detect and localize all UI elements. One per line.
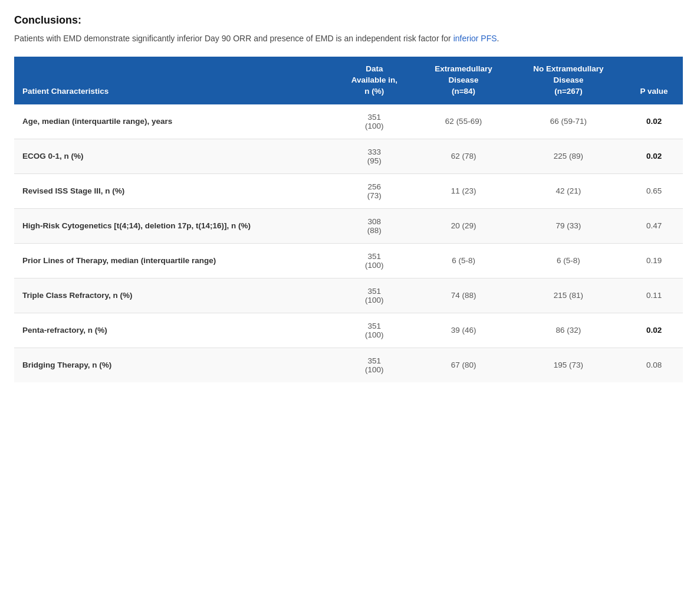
p-value-cell: 0.02 (625, 139, 683, 173)
data-available-cell: 351(100) (333, 104, 415, 139)
table-row: Penta-refractory, n (%)351(100)39 (46)86… (14, 313, 683, 348)
p-value-cell: 0.02 (625, 313, 683, 348)
table-header-row: Patient Characteristics Data Available i… (14, 57, 683, 104)
p-value-cell: 0.11 (625, 278, 683, 313)
conclusions-text-part1: Patients with EMD demonstrate significan… (14, 34, 453, 43)
p-value-cell: 0.47 (625, 208, 683, 243)
extramedullary-cell: 39 (46) (415, 313, 512, 348)
extramedullary-cell: 67 (80) (415, 348, 512, 382)
data-available-cell: 308(88) (333, 208, 415, 243)
extramedullary-cell: 20 (29) (415, 208, 512, 243)
col-extramedullary-disease: Extramedullary Disease (n=84) (415, 57, 512, 104)
data-available-cell: 351(100) (333, 313, 415, 348)
col-p-value: P value (625, 57, 683, 104)
p-value-cell: 0.19 (625, 243, 683, 278)
no-extramedullary-cell: 215 (81) (512, 278, 625, 313)
table-row: Triple Class Refractory, n (%)351(100)74… (14, 278, 683, 313)
extramedullary-cell: 6 (5-8) (415, 243, 512, 278)
table-row: High-Risk Cytogenetics [t(4;14), deletio… (14, 208, 683, 243)
p-value-cell: 0.02 (625, 104, 683, 139)
col-patient-characteristics: Patient Characteristics (14, 57, 333, 104)
data-available-cell: 256(73) (333, 173, 415, 208)
conclusions-section: Conclusions: Patients with EMD demonstra… (14, 14, 683, 45)
data-available-cell: 351(100) (333, 348, 415, 382)
characteristic-cell: Age, median (interquartile range), years (14, 104, 333, 139)
extramedullary-cell: 74 (88) (415, 278, 512, 313)
characteristic-cell: Bridging Therapy, n (%) (14, 348, 333, 382)
no-extramedullary-cell: 42 (21) (512, 173, 625, 208)
no-extramedullary-cell: 66 (59-71) (512, 104, 625, 139)
table-row: ECOG 0-1, n (%)333(95)62 (78)225 (89)0.0… (14, 139, 683, 173)
no-extramedullary-cell: 225 (89) (512, 139, 625, 173)
conclusions-text-part2: . (497, 34, 499, 43)
table-row: Bridging Therapy, n (%)351(100)67 (80)19… (14, 348, 683, 382)
table-row: Revised ISS Stage III, n (%)256(73)11 (2… (14, 173, 683, 208)
conclusions-text-highlight: inferior PFS (453, 34, 497, 43)
conclusions-title: Conclusions: (14, 14, 683, 27)
extramedullary-cell: 11 (23) (415, 173, 512, 208)
col-data-available: Data Available in, n (%) (333, 57, 415, 104)
characteristic-cell: ECOG 0-1, n (%) (14, 139, 333, 173)
p-value-cell: 0.65 (625, 173, 683, 208)
col-no-extramedullary-disease: No Extramedullary Disease (n=267) (512, 57, 625, 104)
table-row: Prior Lines of Therapy, median (interqua… (14, 243, 683, 278)
data-available-cell: 351(100) (333, 243, 415, 278)
p-value-cell: 0.08 (625, 348, 683, 382)
characteristic-cell: High-Risk Cytogenetics [t(4;14), deletio… (14, 208, 333, 243)
no-extramedullary-cell: 6 (5-8) (512, 243, 625, 278)
no-extramedullary-cell: 195 (73) (512, 348, 625, 382)
patient-characteristics-table: Patient Characteristics Data Available i… (14, 57, 683, 382)
no-extramedullary-cell: 79 (33) (512, 208, 625, 243)
conclusions-text: Patients with EMD demonstrate significan… (14, 32, 683, 45)
extramedullary-cell: 62 (55-69) (415, 104, 512, 139)
data-available-cell: 333(95) (333, 139, 415, 173)
no-extramedullary-cell: 86 (32) (512, 313, 625, 348)
characteristic-cell: Revised ISS Stage III, n (%) (14, 173, 333, 208)
table-row: Age, median (interquartile range), years… (14, 104, 683, 139)
characteristic-cell: Penta-refractory, n (%) (14, 313, 333, 348)
characteristic-cell: Triple Class Refractory, n (%) (14, 278, 333, 313)
data-available-cell: 351(100) (333, 278, 415, 313)
extramedullary-cell: 62 (78) (415, 139, 512, 173)
characteristic-cell: Prior Lines of Therapy, median (interqua… (14, 243, 333, 278)
